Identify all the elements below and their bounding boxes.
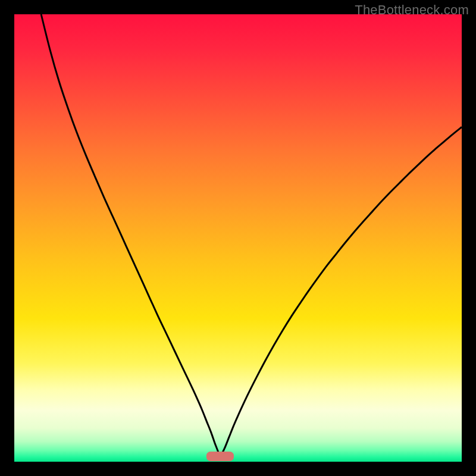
minimum-marker	[206, 452, 233, 461]
watermark-label: TheBottleneck.com	[355, 2, 469, 18]
gradient-background	[14, 14, 462, 462]
chart-frame	[14, 14, 462, 462]
chart-plot	[14, 14, 462, 462]
